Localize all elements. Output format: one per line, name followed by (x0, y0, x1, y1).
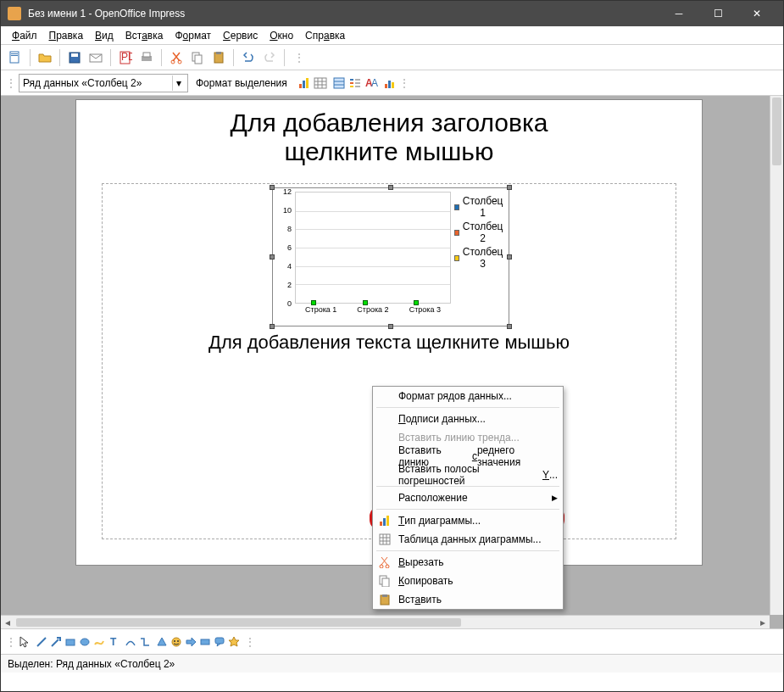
svg-rect-1 (11, 53, 18, 54)
menu-format[interactable]: Формат (169, 28, 217, 43)
svg-rect-24 (334, 78, 344, 88)
pdf-icon[interactable]: PDF (116, 48, 135, 67)
vertical-scrollbar[interactable] (770, 96, 783, 615)
open-icon[interactable] (36, 48, 54, 67)
menu-tools[interactable]: Сервис (217, 28, 264, 43)
callout-icon[interactable] (214, 636, 225, 648)
toolbar-drawing: ⋮ T ⋮ (1, 628, 783, 654)
ctx-error-bars[interactable]: Вставить полосы погрешностей Y... (373, 466, 563, 484)
app-icon (8, 7, 21, 20)
freeform-icon[interactable] (93, 636, 105, 648)
connector-icon[interactable] (139, 636, 151, 648)
svg-rect-39 (383, 518, 386, 526)
svg-rect-4 (71, 53, 78, 57)
chart-legend[interactable]: Столбец 1Столбец 2Столбец 3 (451, 192, 503, 321)
ctx-paste[interactable]: Вставить (373, 590, 563, 609)
ctx-arrangement[interactable]: Расположение▶ (373, 488, 563, 507)
paste-icon[interactable] (209, 48, 228, 67)
text-scale-icon[interactable]: AA (364, 76, 378, 90)
ellipse-icon[interactable] (79, 636, 91, 648)
close-button[interactable]: ✕ (737, 1, 776, 26)
chart-plot[interactable]: 024681012 Строка 1Строка 2Строка 3 (278, 192, 451, 321)
grip-icon[interactable]: ⋮ (290, 48, 309, 67)
svg-rect-2 (11, 55, 18, 56)
menu-window[interactable]: Окно (264, 28, 299, 43)
svg-point-55 (81, 639, 89, 645)
stars-icon[interactable] (228, 636, 240, 648)
svg-rect-54 (66, 639, 75, 645)
chart-object[interactable]: 024681012 Строка 1Строка 2Строка 3 Столб… (272, 187, 509, 326)
ctx-copy[interactable]: Копировать (373, 572, 563, 590)
ctx-data-table[interactable]: Таблица данных диаграммы... (373, 530, 563, 549)
svg-rect-28 (350, 82, 353, 84)
redo-icon[interactable] (260, 48, 279, 67)
toolbar-main: PDF ⋮ (1, 45, 783, 70)
grip-icon[interactable]: ⋮ (399, 77, 409, 89)
ctx-cut[interactable]: Вырезать (373, 553, 563, 572)
menu-file[interactable]: Файл (6, 28, 43, 43)
print-icon[interactable] (137, 48, 156, 67)
basic-shapes-icon[interactable] (156, 636, 168, 648)
block-arrows-icon[interactable] (185, 636, 197, 648)
new-doc-icon[interactable] (6, 48, 25, 67)
scroll-left-icon[interactable]: ◂ (1, 617, 14, 628)
menu-help[interactable]: Справка (299, 28, 351, 43)
menu-edit[interactable]: Правка (43, 28, 90, 43)
svg-rect-16 (299, 84, 302, 88)
mail-icon[interactable] (86, 48, 105, 67)
paste-icon (378, 593, 392, 606)
svg-rect-13 (195, 55, 202, 64)
svg-rect-0 (10, 52, 19, 63)
horizontal-scrollbar[interactable]: ◂ ▸ (1, 615, 770, 628)
svg-rect-49 (382, 578, 389, 587)
svg-point-47 (386, 565, 389, 568)
ctx-format-series[interactable]: Формат рядов данных... (373, 387, 563, 405)
chart-grid (295, 192, 451, 304)
workspace: Для добавления заголовка щелкните мышью … (1, 96, 783, 628)
chart-layout-icon[interactable] (383, 76, 397, 90)
menubar: Файл Правка Вид Вставка Формат Сервис Ок… (1, 26, 783, 45)
svg-rect-18 (306, 78, 309, 88)
format-selection-button[interactable]: Формат выделения (191, 77, 292, 89)
ctx-data-labels[interactable]: Подписи данных... (373, 410, 563, 428)
svg-rect-27 (350, 79, 353, 81)
maximize-button[interactable]: ☐ (698, 1, 737, 26)
selection-combo[interactable]: Ряд данных «Столбец 2» ▾ (19, 74, 188, 92)
svg-text:T: T (110, 636, 117, 648)
grip-icon[interactable]: ⋮ (6, 77, 16, 89)
symbol-shapes-icon[interactable] (170, 636, 182, 648)
svg-rect-36 (388, 81, 391, 88)
data-table-icon[interactable] (314, 76, 327, 90)
scroll-right-icon[interactable]: ▸ (756, 617, 770, 628)
curve-icon[interactable] (125, 636, 136, 648)
arrow-icon[interactable] (50, 636, 62, 648)
legend-icon[interactable] (348, 76, 362, 90)
menu-insert[interactable]: Вставка (120, 28, 170, 43)
undo-icon[interactable] (239, 48, 258, 67)
svg-rect-51 (382, 594, 387, 597)
text-icon[interactable]: T (108, 636, 120, 648)
grip-icon[interactable]: ⋮ (6, 636, 16, 648)
ctx-chart-type[interactable]: Тип диаграммы... (373, 511, 563, 530)
chart-type-icon[interactable] (297, 76, 311, 90)
svg-rect-37 (392, 82, 394, 88)
titlebar: Без имени 1 - OpenOffice Impress ─ ☐ ✕ (1, 1, 783, 26)
cut-icon[interactable] (167, 48, 186, 67)
window-title: Без имени 1 - OpenOffice Impress (28, 8, 659, 20)
copy-icon[interactable] (188, 48, 207, 67)
dropdown-icon[interactable]: ▾ (172, 75, 184, 91)
line-icon[interactable] (36, 636, 47, 648)
grip-icon[interactable]: ⋮ (245, 636, 255, 648)
menu-view[interactable]: Вид (89, 28, 120, 43)
rectangle-icon[interactable] (64, 636, 76, 648)
save-icon[interactable] (65, 48, 84, 67)
title-placeholder[interactable]: Для добавления заголовка щелкните мышью (102, 109, 676, 176)
svg-point-58 (174, 640, 175, 642)
pointer-icon[interactable] (19, 636, 31, 648)
flowchart-icon[interactable] (199, 636, 211, 648)
hgrid-icon[interactable] (332, 76, 346, 90)
minimize-button[interactable]: ─ (659, 1, 698, 26)
submenu-arrow-icon: ▶ (552, 494, 558, 502)
title-line1: Для добавления заголовка (102, 109, 676, 137)
y-axis: 024681012 (278, 192, 293, 304)
